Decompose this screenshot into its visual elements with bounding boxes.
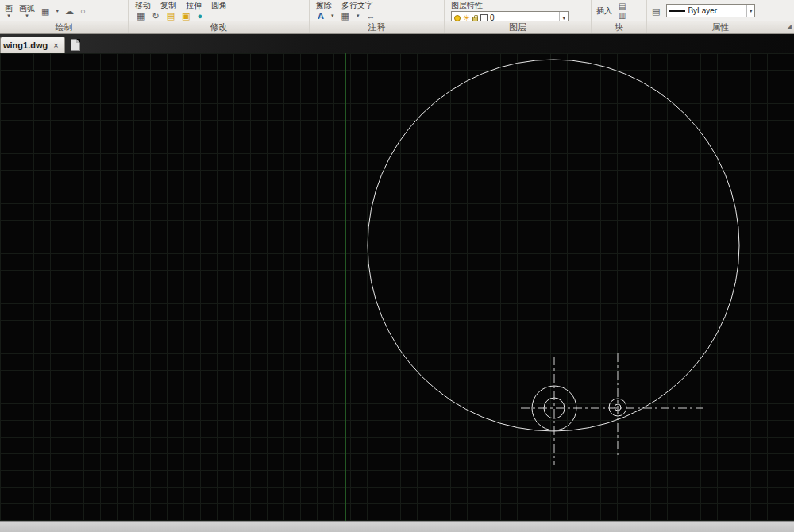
draw-panel-content: 画 ▾ 画弧 ▾ ▦ ▾ ☁ ○ xyxy=(0,0,128,21)
rotate-icon[interactable]: ↻ xyxy=(152,11,159,21)
array-icon[interactable]: ▦ xyxy=(137,11,145,21)
fillet-button[interactable]: 圆角 xyxy=(211,1,227,10)
ribbon-panel-modify: 移动 复制 拉伸 圆角 ▦ ↻ ▤ ▣ ● 修改 xyxy=(129,0,310,33)
panel-title-layers[interactable]: 图层 xyxy=(445,21,591,33)
panel-title-block-label: 块 xyxy=(615,22,623,32)
dimension-icon[interactable]: ↔ xyxy=(366,11,375,21)
file-tab-bar: wing1.dwg × xyxy=(0,34,794,53)
ribbon: 画 ▾ 画弧 ▾ ▦ ▾ ☁ ○ 绘制 移动 复制 xyxy=(0,0,794,34)
layers-combo-row: ☀ 0 ▾ xyxy=(451,11,569,21)
dialog-launcher-icon[interactable]: ◢ xyxy=(787,23,792,31)
copy-button[interactable]: 复制 xyxy=(160,1,176,10)
new-drawing-icon xyxy=(71,39,80,51)
annotate-panel-content: 擦除 多行文字 A ▾ ▦ ▾ ↔ xyxy=(310,0,444,21)
erase-button[interactable]: 擦除 xyxy=(316,1,332,10)
table-icon[interactable]: ▦ xyxy=(341,11,349,21)
mirror-icon[interactable]: ▣ xyxy=(182,11,190,21)
chevron-down-icon: ▾ xyxy=(7,13,10,18)
color-value: ByLayer xyxy=(688,6,743,15)
layer-color-swatch xyxy=(480,14,488,21)
close-icon[interactable]: × xyxy=(53,41,58,50)
block-panel-content: 插入 ▤ ▥ xyxy=(592,0,646,21)
block-extra-icons: ▤ ▥ xyxy=(619,2,626,20)
ribbon-panel-draw: 画 ▾ 画弧 ▾ ▦ ▾ ☁ ○ 绘制 xyxy=(0,0,129,33)
chevron-down-icon[interactable]: ▾ xyxy=(559,12,565,21)
layers-panel-content: 图层特性 ☀ 0 ▾ xyxy=(445,0,591,21)
layer-lock-icon xyxy=(472,17,478,21)
layer-select[interactable]: ☀ 0 ▾ xyxy=(451,11,569,21)
trim-icon[interactable]: ● xyxy=(197,11,202,21)
modify-icons-row: ▦ ↻ ▤ ▣ ● xyxy=(135,11,202,21)
block-editor-icon[interactable]: ▤ xyxy=(619,2,626,10)
line-tool-button[interactable]: 画 ▾ xyxy=(5,4,13,18)
layer-properties-button[interactable]: 图层特性 xyxy=(451,1,483,10)
panel-title-layers-label: 图层 xyxy=(509,22,526,32)
bottom-bar xyxy=(0,521,794,532)
layer-thaw-icon: ☀ xyxy=(463,14,470,22)
text-icon[interactable]: A xyxy=(318,11,324,21)
modify-labels-row: 移动 复制 拉伸 圆角 xyxy=(135,1,227,10)
panel-title-annotate[interactable]: 注释 xyxy=(310,21,444,33)
properties-icon[interactable]: ▤ xyxy=(652,6,660,16)
panel-title-draw-label: 绘制 xyxy=(56,22,73,32)
line-swatch-icon xyxy=(669,10,685,12)
arc-tool-label: 画弧 xyxy=(19,4,35,13)
define-attributes-icon[interactable]: ▥ xyxy=(619,12,626,20)
mtext-button[interactable]: 多行文字 xyxy=(341,1,373,10)
layer-on-icon xyxy=(454,15,461,21)
color-select[interactable]: ByLayer ▾ xyxy=(666,4,755,17)
hatch-icon[interactable]: ▦ xyxy=(41,6,49,16)
annotate-icons-row: A ▾ ▦ ▾ ↔ xyxy=(316,11,375,21)
stretch-button[interactable]: 拉伸 xyxy=(186,1,202,10)
chevron-down-icon[interactable]: ▾ xyxy=(746,5,753,17)
offset-icon[interactable]: ▤ xyxy=(167,11,175,21)
panel-title-block[interactable]: 块 xyxy=(592,21,646,33)
chevron-down-icon: ▾ xyxy=(25,13,29,18)
arc-tool-button[interactable]: 画弧 ▾ xyxy=(19,4,35,18)
move-button[interactable]: 移动 xyxy=(135,1,151,10)
drawing-canvas[interactable] xyxy=(0,53,794,521)
layers-labels-row: 图层特性 xyxy=(451,1,483,10)
insert-block-label: 插入 xyxy=(596,6,612,15)
properties-panel-content: ▤ ByLayer ▾ xyxy=(647,0,794,21)
ribbon-panel-layers: 图层特性 ☀ 0 ▾ 图层 xyxy=(445,0,592,33)
panel-title-properties[interactable]: 属性 ◢ xyxy=(647,21,794,33)
file-tab-active[interactable]: wing1.dwg × xyxy=(0,37,65,53)
panel-title-modify-label: 修改 xyxy=(210,22,228,32)
line-tool-label: 画 xyxy=(5,4,13,13)
file-tab-label: wing1.dwg xyxy=(3,40,48,50)
revision-cloud-icon[interactable]: ☁ xyxy=(65,6,74,16)
insert-block-button[interactable]: 插入 xyxy=(596,6,612,15)
plate-outer-circle[interactable] xyxy=(368,60,739,431)
chevron-down-icon[interactable]: ▾ xyxy=(331,13,334,19)
annotate-labels-row: 擦除 多行文字 xyxy=(316,1,373,10)
panel-title-draw[interactable]: 绘制 xyxy=(0,21,128,33)
autocad-window: 画 ▾ 画弧 ▾ ▦ ▾ ☁ ○ 绘制 移动 复制 xyxy=(0,0,794,532)
ellipse-icon[interactable]: ○ xyxy=(80,6,86,16)
new-tab-button[interactable] xyxy=(71,39,80,51)
modify-panel-content: 移动 复制 拉伸 圆角 ▦ ↻ ▤ ▣ ● xyxy=(129,0,309,21)
current-layer-name: 0 xyxy=(490,13,557,21)
chevron-down-icon[interactable]: ▾ xyxy=(357,13,360,19)
panel-title-modify[interactable]: 修改 xyxy=(129,21,309,33)
ribbon-panel-annotate: 擦除 多行文字 A ▾ ▦ ▾ ↔ 注释 xyxy=(310,0,445,33)
ribbon-panel-properties: ▤ ByLayer ▾ 属性 ◢ xyxy=(647,0,794,33)
panel-title-annotate-label: 注释 xyxy=(368,22,386,32)
drawing-entities xyxy=(0,53,794,521)
chevron-down-icon[interactable]: ▾ xyxy=(56,8,59,14)
panel-title-properties-label: 属性 xyxy=(712,22,730,32)
ribbon-panel-block: 插入 ▤ ▥ 块 xyxy=(592,0,647,33)
